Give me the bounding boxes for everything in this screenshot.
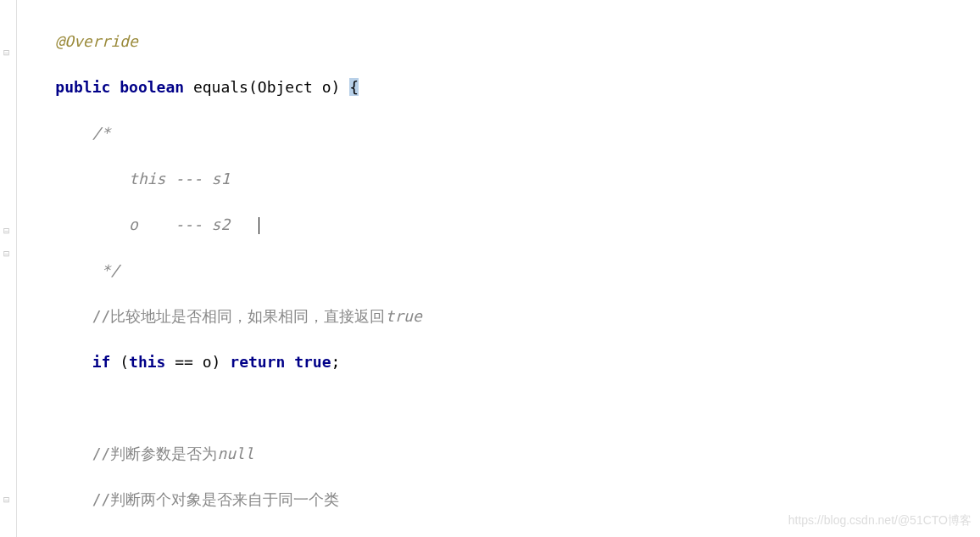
text-cursor-icon (259, 217, 259, 234)
code-text: ( (110, 353, 129, 371)
code-editor[interactable]: @Override public boolean equals(Object o… (19, 7, 980, 537)
method-name: equals(Object o) (193, 78, 340, 96)
keyword-return: return (230, 353, 285, 371)
comment-text: //比较地址是否相同，如果相同，直接返回 (92, 307, 386, 325)
watermark-text: https://blog.csdn.net/@51CTO博客 (788, 513, 972, 529)
comment: */ (92, 261, 120, 279)
comment: //判断两个对象是否来自于同一个类 (92, 490, 340, 508)
code-line: if (this == o) return true; (19, 350, 980, 373)
code-line: if (o == null || getClass() != o.getClas… (19, 534, 980, 537)
code-line: this --- s1 (19, 167, 980, 190)
brace-highlight: { (349, 78, 359, 96)
code-line: //判断参数是否为null (19, 442, 980, 465)
code-line: @Override (19, 30, 980, 53)
keyword-this: this (129, 353, 165, 371)
keyword-if: if (92, 353, 111, 371)
comment: o --- s2 (92, 215, 231, 233)
keyword-boolean: boolean (120, 78, 184, 96)
code-line: /* (19, 121, 980, 144)
code-line: */ (19, 259, 980, 282)
comment-text: //判断参数是否为 (92, 445, 218, 462)
code-text: == o) (165, 353, 220, 371)
comment: //比较地址是否相同，如果相同，直接返回true (92, 307, 422, 325)
annotation: @Override (55, 32, 138, 50)
code-text: ; (331, 353, 341, 371)
code-line: //比较地址是否相同，如果相同，直接返回true (19, 305, 980, 327)
keyword-true: true (294, 353, 331, 371)
code-line: public boolean equals(Object o) { (19, 76, 980, 98)
fold-mark-icon[interactable]: ⊟ (3, 248, 12, 256)
comment-text: true (385, 307, 421, 325)
fold-mark-icon[interactable]: ⊟ (3, 47, 12, 55)
comment-text: null (217, 445, 253, 462)
fold-mark-icon[interactable]: ⊟ (3, 225, 12, 233)
code-line (19, 396, 980, 419)
code-line: //判断两个对象是否来自于同一个类 (19, 488, 980, 511)
comment: /* (92, 124, 111, 142)
keyword-public: public (55, 78, 110, 96)
fold-mark-icon[interactable]: ⊟ (3, 494, 12, 502)
editor-gutter: ⊟ ⊟ ⊟ ⊟ (0, 0, 17, 537)
comment: //判断参数是否为null (92, 445, 254, 462)
code-line: o --- s2 (19, 213, 980, 236)
comment: this --- s1 (92, 170, 231, 187)
